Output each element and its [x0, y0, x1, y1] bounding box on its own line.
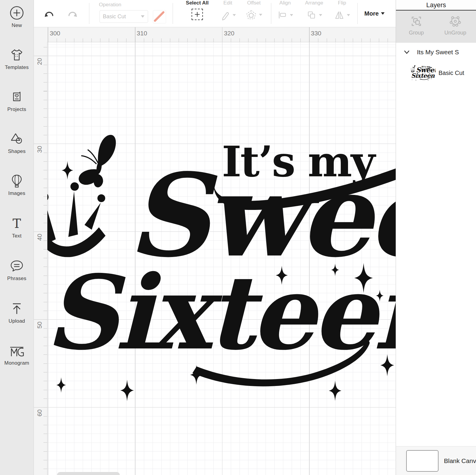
undo-icon: [43, 8, 56, 21]
ungroup-icon: [449, 15, 462, 28]
operation-value: Basic Cut: [103, 13, 141, 20]
svg-text:T: T: [13, 217, 21, 231]
sidebar-item-label: Text: [0, 233, 34, 239]
select-all-label: Select All: [186, 0, 209, 6]
redo-button[interactable]: [66, 8, 79, 22]
operation-dropdown[interactable]: Basic Cut: [100, 10, 148, 23]
toolbar: Operation Basic Cut Select All Edit: [34, 0, 396, 27]
sidebar: New Templates Projects Shapes: [0, 0, 34, 475]
color-swatch-button[interactable]: [153, 10, 166, 23]
group-label: Group: [398, 30, 434, 36]
canvas-scrollbar[interactable]: [57, 472, 120, 475]
sidebar-item-label: New: [0, 22, 34, 28]
ungroup-button[interactable]: UnGroup: [437, 15, 473, 36]
group-button[interactable]: Group: [398, 15, 434, 36]
ruler-v-label: 60: [36, 406, 43, 420]
sidebar-item-monogram[interactable]: Monogram: [0, 344, 34, 366]
sidebar-item-label: Upload: [0, 318, 34, 324]
more-label: More: [364, 10, 379, 17]
sidebar-item-phrases[interactable]: Phrases: [0, 258, 34, 282]
offset-label: Offset: [247, 0, 260, 6]
sidebar-item-projects[interactable]: Projects: [0, 89, 34, 112]
layer-group-name: Its My Sweet S: [417, 49, 459, 56]
arrange-button[interactable]: Arrange: [299, 0, 329, 20]
ruler-v-label: 50: [36, 318, 43, 332]
sidebar-item-label: Templates: [0, 64, 34, 70]
offset-pentagon-icon: [245, 9, 257, 20]
upload-arrow-icon: [9, 301, 25, 317]
offset-button[interactable]: Offset: [237, 0, 270, 20]
horizontal-ruler: 300 310 320 330 340: [47, 27, 396, 42]
layers-panel-header: Layers: [396, 0, 476, 10]
caret-down-icon: [347, 14, 350, 16]
blank-canvas-thumbnail: [406, 450, 439, 472]
layers-title: Layers: [426, 1, 446, 9]
sidebar-item-upload[interactable]: Upload: [0, 301, 34, 324]
layer-thumbnail: [411, 64, 436, 82]
select-all-icon: [192, 9, 203, 20]
toolbar-divider: [89, 3, 89, 24]
layer-item-label: Basic Cut: [439, 70, 464, 76]
sidebar-item-label: Monogram: [0, 360, 34, 366]
speech-bubble-icon: [9, 258, 25, 274]
more-button[interactable]: More: [361, 0, 388, 27]
pencil-icon: [220, 10, 231, 20]
project-card-icon: [9, 89, 25, 105]
select-all-button[interactable]: Select All: [181, 0, 214, 20]
align-button[interactable]: Align: [271, 0, 299, 20]
blank-canvas-label: Blank Canv: [444, 457, 476, 465]
circle-plus-icon: [9, 5, 25, 21]
ungroup-label: UnGroup: [437, 30, 473, 36]
sidebar-item-label: Phrases: [0, 276, 34, 282]
layer-group-row[interactable]: Its My Sweet S: [396, 46, 476, 59]
hot-air-balloon-icon: [9, 173, 25, 189]
flip-button[interactable]: Flip: [329, 0, 355, 20]
ruler-corner: [34, 27, 47, 42]
design-canvas[interactable]: It’s my Sweet Sixteen: [47, 42, 396, 475]
sidebar-item-new[interactable]: New: [0, 5, 34, 28]
flip-icon: [334, 10, 345, 20]
letter-t-icon: T: [9, 217, 25, 232]
caret-down-icon: [232, 14, 236, 16]
flip-label: Flip: [338, 0, 346, 6]
sidebar-item-templates[interactable]: Templates: [0, 47, 34, 70]
group-icon: [410, 15, 423, 28]
undo-button[interactable]: [43, 8, 56, 22]
sidebar-item-label: Shapes: [0, 148, 34, 154]
ruler-h-label: 320: [224, 30, 234, 37]
edit-label: Edit: [223, 0, 232, 6]
caret-down-icon: [259, 13, 263, 16]
group-actions-strip: Group UnGroup: [396, 10, 476, 43]
caret-down-icon: [381, 12, 385, 15]
toolbar-divider: [357, 3, 358, 24]
ruler-v-label: 20: [36, 55, 43, 68]
ruler-v-label: 30: [36, 143, 43, 156]
caret-down-icon: [141, 15, 145, 18]
ruler-h-label: 300: [50, 30, 60, 37]
color-swatch-icon: [153, 10, 165, 22]
canvas-layer-row[interactable]: Blank Canv: [396, 446, 476, 475]
triangle-circle-icon: [9, 131, 25, 147]
align-icon: [277, 10, 288, 20]
arrange-label: Arrange: [305, 0, 323, 6]
ruler-h-label: 330: [311, 30, 321, 37]
monogram-mg-icon: [8, 344, 26, 359]
caret-down-icon: [319, 14, 323, 16]
sweet-sixteen-design[interactable]: [47, 42, 396, 475]
toolbar-divider: [173, 3, 173, 24]
sidebar-item-shapes[interactable]: Shapes: [0, 131, 34, 154]
align-label: Align: [279, 0, 291, 6]
sidebar-item-text[interactable]: T Text: [0, 217, 34, 239]
vertical-ruler: 20 30 40 50 60: [34, 42, 47, 475]
redo-icon: [66, 8, 79, 21]
chevron-down-icon[interactable]: [403, 49, 410, 56]
ruler-v-label: 40: [36, 231, 43, 244]
arrange-icon: [306, 10, 317, 20]
sidebar-item-images[interactable]: Images: [0, 173, 34, 196]
layer-item-row[interactable]: Basic Cut: [396, 61, 476, 85]
ruler-h-label: 310: [137, 30, 147, 37]
sidebar-item-label: Projects: [0, 106, 34, 112]
operation-label: Operation: [99, 2, 121, 8]
cricut-design-space-app: New Templates Projects Shapes: [0, 0, 476, 475]
caret-down-icon: [290, 14, 293, 16]
